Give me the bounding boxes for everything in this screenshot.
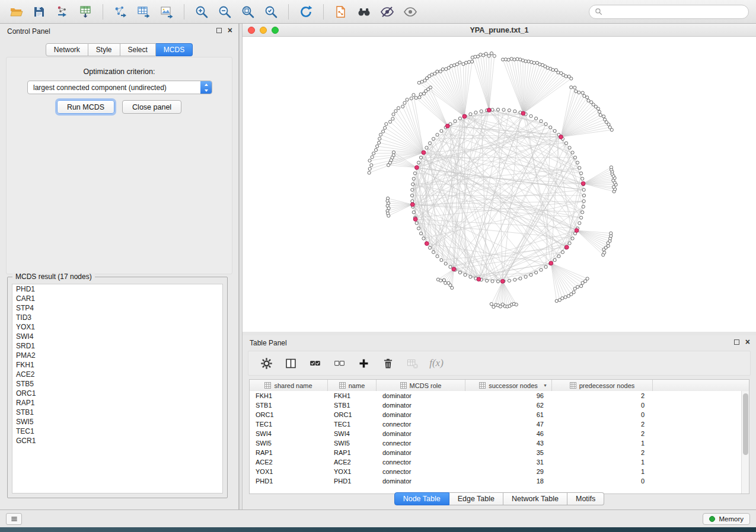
column-header-name[interactable]: name [328,380,377,391]
status-menu-button[interactable] [6,513,22,525]
column-header-mcds-role[interactable]: MCDS role [377,380,465,391]
table-row[interactable]: RAP1RAP1dominator352 [250,448,741,457]
export-image-icon[interactable] [158,3,176,21]
zoom-selected-icon[interactable] [262,3,280,21]
table-row[interactable]: FKH1FKH1dominator962 [250,391,741,400]
memory-button[interactable]: Memory [703,513,750,525]
table-cell[interactable]: 62 [465,400,552,410]
table-cell[interactable]: dominator [377,448,465,457]
table-cell[interactable]: SWI4 [250,429,328,438]
mcds-result-item[interactable]: PHD1 [12,284,222,294]
table-cell[interactable]: SWI5 [250,438,328,448]
tab-network[interactable]: Network [46,43,88,56]
table-cell[interactable]: 61 [465,410,552,419]
mcds-result-item[interactable]: STB1 [12,408,222,417]
table-cell[interactable]: 1 [552,438,653,448]
mcds-result-item[interactable]: SWI5 [12,417,222,427]
window-zoom-button[interactable] [272,27,279,34]
tab-motifs[interactable]: Motifs [567,492,604,505]
table-cell[interactable]: 0 [552,476,653,486]
criterion-dropdown[interactable]: largest connected component (undirected) [27,81,212,94]
table-cell[interactable]: dominator [377,400,465,410]
network-graph[interactable] [243,37,756,332]
table-cell[interactable]: connector [377,457,465,467]
sort-descending-icon[interactable]: ▼ [543,383,547,387]
table-cell[interactable]: 18 [465,476,552,486]
table-cell[interactable]: 1 [552,457,653,467]
table-row[interactable]: TEC1TEC1connector472 [250,419,741,429]
table-cell[interactable]: ORC1 [250,410,328,419]
table-cell[interactable]: 31 [465,457,552,467]
float-panel-icon[interactable] [216,28,222,33]
search-box[interactable] [589,5,749,19]
close-panel-button[interactable]: Close panel [122,100,181,114]
table-scrollbar[interactable] [741,391,749,493]
table-cell[interactable]: 43 [465,438,552,448]
table-cell[interactable]: 2 [552,391,653,400]
mcds-result-list[interactable]: PHD1CAR1STP4TID3YOX1SWI4SRD1PMA2FKH1ACE2… [12,284,223,493]
table-cell[interactable]: STB1 [328,400,377,410]
table-cell[interactable]: connector [377,438,465,448]
table-cell[interactable]: 0 [552,400,653,410]
mcds-result-item[interactable]: SRD1 [12,341,222,351]
column-header-predecessor-nodes[interactable]: predecessor nodes [552,380,653,391]
table-cell[interactable]: 0 [552,410,653,419]
delete-table-icon[interactable] [405,356,419,370]
select-all-icon[interactable] [308,356,322,370]
show-all-icon[interactable] [401,3,419,21]
function-builder-icon[interactable]: f(x) [429,356,444,370]
mcds-result-item[interactable]: CAR1 [12,294,222,303]
table-cell[interactable]: YOX1 [250,467,328,476]
table-cell[interactable]: 46 [465,429,552,438]
import-network-icon[interactable] [53,3,71,21]
mcds-result-item[interactable]: STB5 [12,379,222,389]
table-row[interactable]: SWI4SWI4dominator462 [250,429,741,438]
table-cell[interactable]: PHD1 [328,476,377,486]
table-cell[interactable]: PHD1 [250,476,328,486]
table-cell[interactable]: RAP1 [250,448,328,457]
table-cell[interactable]: ACE2 [328,457,377,467]
table-cell[interactable]: RAP1 [328,448,377,457]
table-cell[interactable]: dominator [377,476,465,486]
mcds-result-item[interactable]: SWI4 [12,332,222,341]
zoom-fit-icon[interactable] [239,3,257,21]
table-cell[interactable]: FKH1 [328,391,377,400]
table-cell[interactable]: 96 [465,391,552,400]
tab-style[interactable]: Style [88,43,120,56]
table-cell[interactable]: SWI5 [328,438,377,448]
table-row[interactable]: STB1STB1dominator620 [250,400,741,410]
mcds-result-item[interactable]: STP4 [12,303,222,313]
table-cell[interactable]: SWI4 [328,429,377,438]
table-cell[interactable]: STB1 [250,400,328,410]
table-cell[interactable]: TEC1 [328,419,377,429]
import-table-icon[interactable] [76,3,94,21]
mcds-result-item[interactable]: PMA2 [12,351,222,360]
tab-edge-table[interactable]: Edge Table [449,492,503,505]
column-header-shared-name[interactable]: shared name [250,380,328,391]
table-cell[interactable]: connector [377,467,465,476]
mcds-result-item[interactable]: YOX1 [12,322,222,332]
table-row[interactable]: ACE2ACE2connector311 [250,457,741,467]
table-row[interactable]: SWI5SWI5connector431 [250,438,741,448]
hide-selected-icon[interactable] [378,3,396,21]
mcds-result-item[interactable]: ACE2 [12,370,222,379]
table-row[interactable]: ORC1ORC1dominator610 [250,410,741,419]
mcds-result-item[interactable]: GCR1 [12,436,222,446]
table-cell[interactable]: YOX1 [328,467,377,476]
mcds-result-item[interactable]: TID3 [12,313,222,322]
table-cell[interactable]: 2 [552,429,653,438]
network-canvas[interactable] [243,37,756,332]
tab-network-table[interactable]: Network Table [503,492,567,505]
window-minimize-button[interactable] [260,27,267,34]
zoom-in-icon[interactable] [193,3,210,21]
table-cell[interactable]: 29 [465,467,552,476]
table-cell[interactable]: connector [377,419,465,429]
add-column-icon[interactable] [356,356,371,370]
run-mcds-button[interactable]: Run MCDS [57,100,114,114]
table-cell[interactable]: ORC1 [328,410,377,419]
search-input[interactable] [605,8,743,16]
export-table-icon[interactable] [135,3,152,21]
show-columns-icon[interactable] [283,356,298,370]
table-cell[interactable]: dominator [377,429,465,438]
table-cell[interactable]: 47 [465,419,552,429]
